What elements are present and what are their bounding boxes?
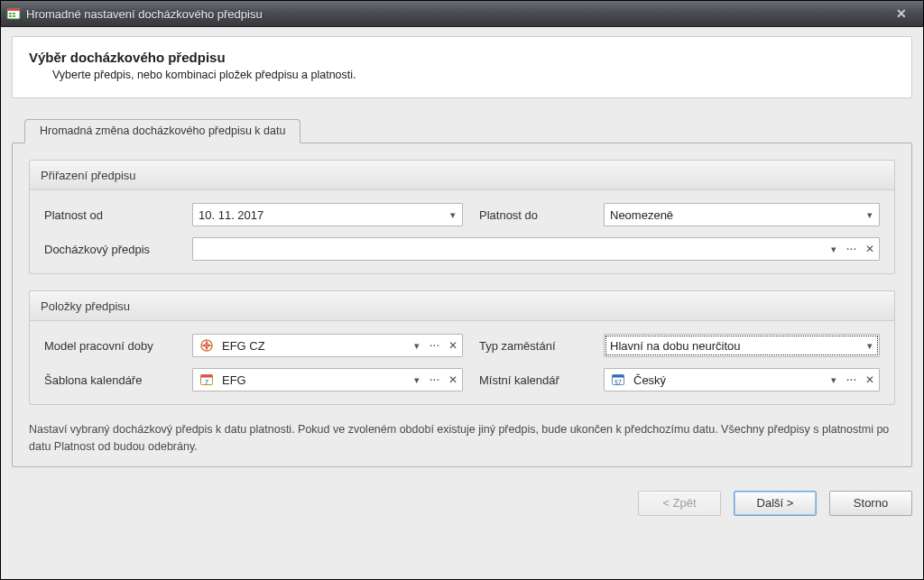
ellipsis-icon[interactable]: ··· (426, 335, 444, 356)
svg-rect-4 (9, 15, 12, 17)
next-button[interactable]: Další > (734, 491, 817, 516)
group-items: Položky předpisu Model pracovní doby (29, 290, 895, 405)
titlebar: Hromadné nastavení docházkového předpisu… (1, 1, 923, 27)
calendar-template-lookup[interactable]: 7 EFG ▾ ··· ✕ (192, 368, 463, 391)
cancel-button-label: Storno (854, 496, 888, 510)
back-button-label: < Zpět (662, 496, 696, 510)
tab-label: Hromadná změna docházkového předpisu k d… (40, 124, 285, 137)
back-button: < Zpět (638, 491, 721, 516)
svg-text:§7: §7 (614, 379, 622, 385)
clear-icon[interactable]: ✕ (861, 238, 879, 260)
ellipsis-icon[interactable]: ··· (843, 369, 861, 391)
info-note: Nastaví vybraný docházkový předpis k dat… (29, 421, 895, 456)
tab-page: Přiřazení předpisu Platnost od 10. 11. 2… (12, 143, 912, 467)
group-assignment: Přiřazení předpisu Platnost od 10. 11. 2… (29, 160, 895, 274)
valid-to-combo[interactable]: Neomezeně ▾ (604, 203, 880, 226)
work-model-lookup[interactable]: EFG CZ ▾ ··· ✕ (192, 334, 463, 357)
ellipsis-icon[interactable]: ··· (426, 369, 444, 391)
wizard-footer: < Zpět Další > Storno (12, 467, 912, 516)
local-calendar-label: Místní kalendář (463, 373, 604, 387)
window-title: Hromadné nastavení docházkového předpisu (26, 7, 885, 21)
calendar-template-label: Šablona kalendáře (44, 373, 192, 387)
calendar-template-icon: 7 (193, 373, 217, 387)
valid-from-label: Platnost od (44, 208, 192, 222)
employment-type-value: Hlavní na dobu neurčitou (605, 339, 860, 353)
close-button[interactable]: ✕ (885, 5, 918, 23)
work-model-value: EFG CZ (217, 339, 407, 353)
chevron-down-icon[interactable]: ▾ (443, 204, 462, 226)
valid-to-label: Platnost do (463, 208, 604, 222)
work-model-icon (193, 338, 217, 353)
svg-text:7: 7 (205, 378, 209, 386)
chevron-down-icon[interactable]: ▾ (860, 204, 879, 226)
svg-rect-3 (13, 13, 15, 14)
clear-icon[interactable]: ✕ (444, 335, 462, 356)
local-calendar-icon: §7 (605, 373, 628, 387)
svg-rect-2 (9, 13, 12, 14)
clear-icon[interactable]: ✕ (861, 369, 879, 391)
tab-strip: Hromadná změna docházkového předpisu k d… (24, 118, 912, 143)
local-calendar-lookup[interactable]: §7 Český ▾ ··· ✕ (604, 368, 880, 391)
chevron-down-icon[interactable]: ▾ (407, 335, 426, 356)
chevron-down-icon[interactable]: ▾ (824, 238, 843, 260)
employment-type-label: Typ zaměstání (463, 339, 604, 353)
group-items-title: Položky předpisu (30, 291, 894, 321)
calendar-template-value: EFG (217, 373, 407, 387)
chevron-down-icon[interactable]: ▾ (824, 369, 843, 391)
chevron-down-icon[interactable]: ▾ (407, 369, 426, 391)
next-button-label: Další > (757, 496, 794, 510)
wizard-header: Výběr docházkového předpisu Vyberte před… (12, 36, 912, 98)
clear-icon[interactable]: ✕ (444, 369, 462, 391)
svg-rect-1 (7, 8, 20, 11)
valid-from-date-picker[interactable]: 10. 11. 2017 ▾ (192, 203, 463, 226)
work-model-label: Model pracovní doby (44, 339, 192, 353)
client-area: Výběr docházkového předpisu Vyberte před… (1, 27, 923, 579)
valid-to-value: Neomezeně (605, 208, 860, 222)
wizard-subtext: Vyberte předpis, nebo kombinaci pložek p… (52, 69, 895, 81)
local-calendar-value: Český (628, 373, 824, 387)
svg-rect-11 (613, 375, 624, 378)
attendance-rule-lookup[interactable]: ▾ ··· ✕ (192, 237, 880, 261)
dialog-window: Hromadné nastavení docházkového předpisu… (0, 0, 924, 580)
employment-type-combo[interactable]: Hlavní na dobu neurčitou ▾ (604, 334, 880, 357)
group-assignment-title: Přiřazení předpisu (30, 161, 894, 190)
attendance-rule-label: Docházkový předpis (44, 243, 192, 256)
wizard-heading: Výběr docházkového předpisu (29, 50, 895, 65)
svg-rect-5 (13, 15, 15, 17)
valid-from-value: 10. 11. 2017 (193, 208, 443, 222)
chevron-down-icon[interactable]: ▾ (860, 335, 879, 356)
cancel-button[interactable]: Storno (829, 491, 912, 516)
tab-bulk-change[interactable]: Hromadná změna docházkového předpisu k d… (24, 119, 300, 143)
app-icon (6, 6, 21, 21)
ellipsis-icon[interactable]: ··· (843, 238, 861, 260)
